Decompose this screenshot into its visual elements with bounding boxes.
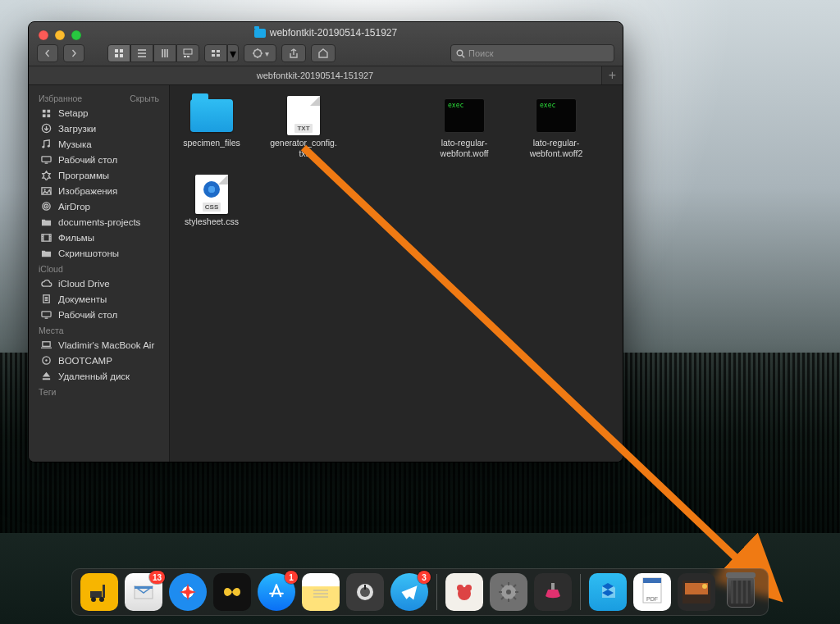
sidebar-section-header: Места [29, 322, 169, 337]
dock-pdf-icon[interactable]: PDF [633, 573, 671, 611]
toolbar: ▾ ▾ Поиск [37, 43, 614, 63]
sidebar-item-label: iCloud Drive [58, 279, 110, 289]
arrange-dropdown[interactable]: ▾ [227, 44, 239, 62]
dock-telegram-icon[interactable]: 3 [390, 573, 428, 611]
file-item[interactable]: specimen_files [176, 97, 247, 159]
sidebar-section-header: Теги [29, 384, 169, 399]
arrange-button[interactable] [204, 44, 227, 62]
new-tab-button[interactable]: + [601, 66, 623, 84]
dock-image-icon[interactable] [678, 573, 715, 611]
file-label: lato-regular- webfont.woff2 [530, 138, 583, 159]
pictures-icon [40, 185, 52, 196]
svg-rect-16 [47, 114, 50, 117]
file-item[interactable]: execlato-regular- webfont.woff2 [521, 97, 591, 159]
view-icon[interactable] [107, 44, 130, 62]
dock-butterfly-icon[interactable] [213, 573, 251, 611]
sidebar-item-label: Программы [58, 171, 109, 180]
sidebar-item-label: Музыка [58, 139, 92, 149]
svg-rect-36 [103, 585, 105, 598]
sidebar-item--[interactable]: Изображения [29, 183, 169, 198]
dock-trash-icon[interactable] [722, 573, 760, 611]
sidebar-section-title: iCloud [39, 264, 63, 274]
sidebar-item--[interactable]: Музыка [29, 136, 169, 152]
sidebar-item-vladimir-s-macbook-air[interactable]: Vladimir's MacBook Air [29, 337, 169, 353]
content-area[interactable]: specimen_filesTXTgenerator_config. txtex… [170, 85, 623, 462]
txt-file-icon: TXT [287, 96, 320, 135]
airdrop-icon [40, 201, 52, 212]
svg-rect-33 [90, 591, 102, 598]
dock-logic-icon[interactable] [346, 573, 384, 611]
svg-point-22 [44, 189, 46, 190]
back-button[interactable] [37, 44, 58, 62]
svg-rect-4 [184, 49, 192, 54]
tags-button[interactable] [311, 44, 336, 62]
sidebar-item-label: Рабочий стол [58, 310, 117, 320]
dock-dropbox-icon[interactable] [589, 573, 627, 611]
svg-rect-14 [47, 110, 50, 113]
sidebar-item--[interactable]: Фильмы [29, 230, 169, 245]
sidebar-item-documents-projects[interactable]: documents-projects [29, 214, 169, 230]
sidebar-section-action[interactable]: Скрыть [130, 93, 159, 103]
view-gallery[interactable] [176, 44, 199, 62]
action-menu[interactable]: ▾ [244, 44, 276, 62]
tab-current[interactable]: webfontkit-20190514-151927 [29, 66, 601, 84]
dock: 1313PDF [71, 568, 769, 616]
sidebar-item-bootcamp[interactable]: BOOTCAMP [29, 353, 169, 368]
folder-icon [40, 216, 52, 227]
dock-forklift-icon[interactable] [80, 573, 118, 611]
dock-notes-icon[interactable] [302, 573, 340, 611]
sidebar-item--[interactable]: Рабочий стол [29, 307, 169, 322]
svg-rect-2 [115, 54, 118, 57]
view-column[interactable] [153, 44, 176, 62]
sidebar-item--[interactable]: Загрузки [29, 121, 169, 136]
dock-settings-icon[interactable] [490, 573, 527, 611]
svg-point-19 [48, 145, 50, 148]
tab-bar: webfontkit-20190514-151927 + [29, 66, 623, 85]
svg-rect-20 [42, 157, 51, 162]
sidebar-item-label: Удаленный диск [58, 371, 130, 381]
sidebar-item--[interactable]: Документы [29, 291, 169, 307]
sidebar-item--[interactable]: Рабочий стол [29, 152, 169, 167]
dock-cleanmymac-icon[interactable] [534, 573, 572, 611]
share-button[interactable] [281, 44, 306, 62]
sidebar-item-label: Изображения [58, 186, 117, 196]
sidebar-item-setapp[interactable]: Setapp [29, 105, 169, 121]
dock-mail-icon[interactable]: 13 [125, 573, 162, 611]
view-list[interactable] [130, 44, 153, 62]
svg-rect-10 [217, 54, 220, 57]
file-label: lato-regular- webfont.woff [441, 138, 489, 159]
svg-rect-6 [187, 56, 189, 57]
dock-appstore-icon[interactable]: 1 [258, 573, 295, 611]
setapp-icon [40, 107, 52, 118]
sidebar: ИзбранноеСкрытьSetappЗагрузкиМузыкаРабоч… [29, 85, 170, 462]
sidebar-item-label: BOOTCAMP [58, 356, 112, 366]
disk-icon [40, 355, 52, 366]
file-label: generator_config. txt [270, 138, 337, 159]
sidebar-item-icloud-drive[interactable]: iCloud Drive [29, 276, 169, 291]
folder-icon [190, 99, 233, 132]
dock-safari-icon[interactable] [169, 573, 207, 611]
sidebar-item--[interactable]: Программы [29, 167, 169, 183]
svg-rect-41 [364, 585, 366, 590]
file-item[interactable]: CSSstylesheet.css [176, 175, 247, 227]
svg-rect-47 [551, 583, 555, 590]
file-item[interactable]: execlato-regular- webfont.woff [429, 97, 500, 159]
folder-icon [40, 248, 52, 258]
music-icon [40, 139, 52, 149]
search-icon [456, 49, 465, 58]
desktop: webfontkit-20190514-151927 [0, 0, 840, 624]
file-item[interactable]: TXTgenerator_config. txt [268, 97, 339, 159]
window-title: webfontkit-20190514-151927 [29, 27, 623, 39]
dock-separator [580, 574, 581, 610]
search-field[interactable]: Поиск [450, 44, 614, 62]
sidebar-item--[interactable]: Скриншотоны [29, 245, 169, 261]
sidebar-item--[interactable]: Удаленный диск [29, 368, 169, 384]
svg-rect-1 [120, 49, 123, 52]
window-titlebar[interactable]: webfontkit-20190514-151927 [29, 22, 623, 66]
dock-area: 1313PDF [0, 568, 840, 624]
svg-point-53 [702, 584, 707, 589]
icloud-icon [40, 278, 52, 289]
forward-button[interactable] [63, 44, 84, 62]
sidebar-item-airdrop[interactable]: AirDrop [29, 198, 169, 214]
dock-bear-icon[interactable] [445, 573, 483, 611]
